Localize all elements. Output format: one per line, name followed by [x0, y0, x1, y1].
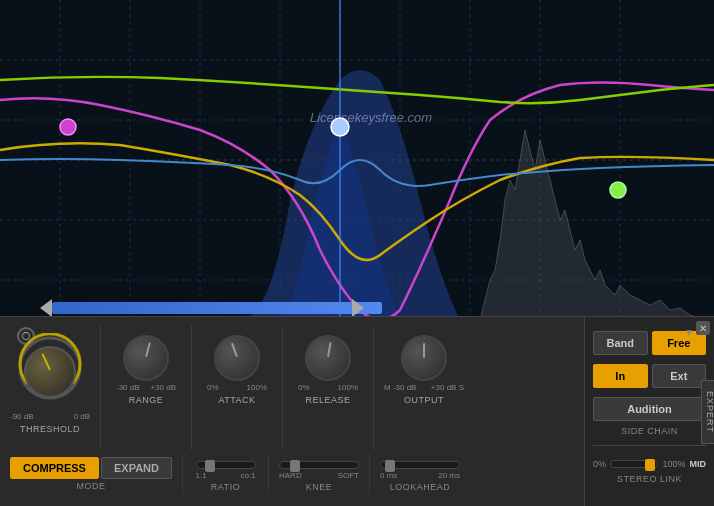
main-container: Licensekeysfree.com [0, 0, 714, 506]
stereo-max: 100% [662, 459, 685, 469]
ratio-group: 1:1 co:1 RATIO [193, 457, 258, 492]
range-knob[interactable] [123, 335, 169, 381]
expand-button[interactable]: EXPAND [101, 457, 172, 479]
stereo-min: 0% [593, 459, 606, 469]
ratio-labels: 1:1 co:1 [196, 471, 256, 480]
dropdown-arrow[interactable]: ▼ [684, 327, 694, 338]
in-ext-row: In Ext [593, 364, 706, 388]
attack-range: 0% 100% [207, 383, 267, 392]
threshold-group: -90 dB 0 dB THRESHOLD [10, 325, 90, 434]
threshold-knob-container [15, 325, 85, 410]
threshold-range: -90 dB 0 dB [10, 412, 90, 421]
release-label: RELEASE [305, 395, 350, 405]
release-knob[interactable] [305, 335, 351, 381]
knob-row: -90 dB 0 dB THRESHOLD -30 dB +30 dB RA [10, 325, 574, 450]
release-group: 0% 100% RELEASE [293, 325, 363, 405]
stereo-thumb[interactable] [645, 459, 655, 471]
knee-track[interactable] [279, 461, 359, 469]
left-controls: -90 dB 0 dB THRESHOLD -30 dB +30 dB RA [0, 317, 584, 506]
range-label: RANGE [129, 395, 164, 405]
gain-handle-left[interactable] [40, 299, 52, 317]
ratio-label: RATIO [211, 482, 240, 492]
threshold-label: THRESHOLD [20, 424, 80, 434]
graph-area: Licensekeysfree.com [0, 0, 714, 320]
attack-knob[interactable] [214, 335, 260, 381]
ext-button[interactable]: Ext [652, 364, 707, 388]
in-button[interactable]: In [593, 364, 648, 388]
bottom-row: COMPRESS EXPAND MODE 1:1 co:1 [10, 454, 574, 498]
expert-tab[interactable]: EXPERT [701, 380, 714, 444]
lookahead-slider-container [380, 461, 460, 469]
range-range: -30 dB +30 dB [116, 383, 176, 392]
output-group: M -30 dB +30 dB S OUTPUT [384, 325, 464, 405]
divider [593, 445, 706, 446]
stereo-mid: MID [690, 459, 707, 469]
knee-thumb[interactable] [290, 460, 300, 472]
stereo-slider-row: 0% 100% MID [593, 459, 706, 469]
lookahead-labels: 0 ms 20 ms [380, 471, 460, 480]
ratio-slider-container [196, 461, 256, 469]
close-button[interactable]: ✕ [696, 321, 710, 335]
graph-svg [0, 0, 714, 320]
mode-section: COMPRESS EXPAND MODE [10, 457, 172, 491]
gain-bar[interactable] [52, 302, 382, 314]
audition-row: Audition [593, 397, 706, 421]
gain-handle-right[interactable] [352, 299, 364, 317]
attack-label: ATTACK [218, 395, 255, 405]
svg-point-17 [331, 118, 349, 136]
range-group: -30 dB +30 dB RANGE [111, 325, 181, 405]
output-label: OUTPUT [404, 395, 444, 405]
svg-point-18 [610, 182, 626, 198]
release-range: 0% 100% [298, 383, 358, 392]
stereo-track[interactable] [610, 460, 658, 468]
output-range: M -30 dB +30 dB S [384, 383, 464, 392]
attack-group: 0% 100% ATTACK [202, 325, 272, 405]
controls-panel: -90 dB 0 dB THRESHOLD -30 dB +30 dB RA [0, 316, 714, 506]
knee-slider-container [279, 461, 359, 469]
side-chain-label: SIDE CHAIN [593, 426, 706, 436]
ratio-thumb[interactable] [205, 460, 215, 472]
band-button[interactable]: Band [593, 331, 648, 355]
right-panel: ✕ ▼ Band Free In Ext Audition SIDE CHAIN [584, 317, 714, 506]
lookahead-thumb[interactable] [385, 460, 395, 472]
audition-button[interactable]: Audition [593, 397, 706, 421]
svg-point-16 [60, 119, 76, 135]
threshold-knob[interactable] [24, 346, 76, 398]
knee-labels: HARD SOFT [279, 471, 359, 480]
knee-group: HARD SOFT KNEE [279, 457, 359, 492]
ratio-track[interactable] [196, 461, 256, 469]
stereo-link-label: STEREO LINK [593, 474, 706, 484]
output-knob[interactable] [401, 335, 447, 381]
lookahead-track[interactable] [380, 461, 460, 469]
mode-label: MODE [77, 481, 106, 491]
knee-label: KNEE [306, 482, 333, 492]
lookahead-group: 0 ms 20 ms LOOKAHEAD [380, 457, 460, 492]
compress-button[interactable]: COMPRESS [10, 457, 99, 479]
lookahead-label: LOOKAHEAD [390, 482, 451, 492]
mode-buttons: COMPRESS EXPAND [10, 457, 172, 479]
